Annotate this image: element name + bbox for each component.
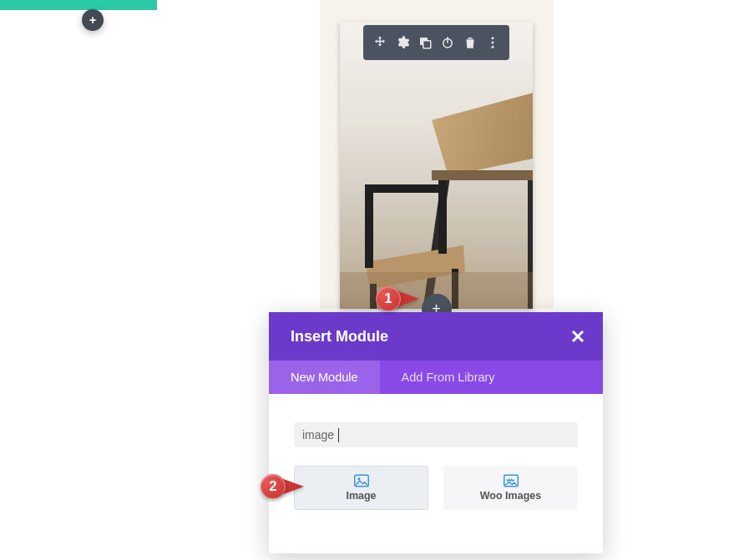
- power-icon[interactable]: [438, 33, 458, 53]
- tab-new-module[interactable]: New Module: [269, 361, 380, 394]
- duplicate-icon[interactable]: [415, 33, 435, 53]
- tab-add-from-library[interactable]: Add From Library: [380, 361, 517, 394]
- modal-title: Insert Module: [291, 328, 388, 346]
- text-cursor: [338, 428, 339, 442]
- annotation-2: 2: [261, 474, 304, 499]
- gear-icon[interactable]: [392, 33, 412, 53]
- module-search-input[interactable]: [294, 422, 578, 447]
- close-icon[interactable]: [571, 330, 585, 343]
- svg-rect-8: [365, 184, 445, 193]
- svg-rect-13: [423, 41, 431, 48]
- module-toolbar: [363, 25, 509, 60]
- module-image-placeholder: [340, 22, 533, 309]
- module-card-woo-images[interactable]: Woo Images: [443, 466, 578, 510]
- module-card-label: Image: [346, 490, 376, 502]
- modal-tabs: New Module Add From Library: [269, 361, 603, 394]
- move-icon[interactable]: [370, 33, 390, 53]
- add-section-button[interactable]: +: [82, 9, 104, 31]
- image-icon: [504, 474, 519, 487]
- section-toolbar-fragment: [0, 0, 157, 10]
- svg-rect-6: [365, 189, 373, 268]
- insert-module-modal: Insert Module New Module Add From Librar…: [269, 312, 603, 553]
- annotation-1: 1: [376, 286, 419, 311]
- annotation-badge: 1: [376, 286, 401, 311]
- modal-body: Image Woo Images: [269, 394, 603, 553]
- image-icon: [354, 474, 369, 487]
- annotation-badge: 2: [261, 474, 286, 499]
- trash-icon[interactable]: [460, 33, 480, 53]
- layout-column: +: [320, 0, 554, 309]
- image-module[interactable]: +: [340, 22, 533, 309]
- svg-point-16: [492, 37, 494, 39]
- search-wrap: [294, 422, 578, 447]
- module-results: Image Woo Images: [294, 466, 578, 510]
- modal-header: Insert Module: [269, 312, 603, 361]
- module-card-image[interactable]: Image: [294, 466, 428, 510]
- svg-rect-2: [432, 170, 533, 180]
- svg-point-22: [357, 477, 360, 480]
- svg-point-18: [492, 46, 494, 48]
- module-card-label: Woo Images: [480, 490, 541, 502]
- svg-point-17: [492, 42, 494, 44]
- more-icon[interactable]: [483, 33, 503, 53]
- svg-rect-15: [447, 37, 448, 43]
